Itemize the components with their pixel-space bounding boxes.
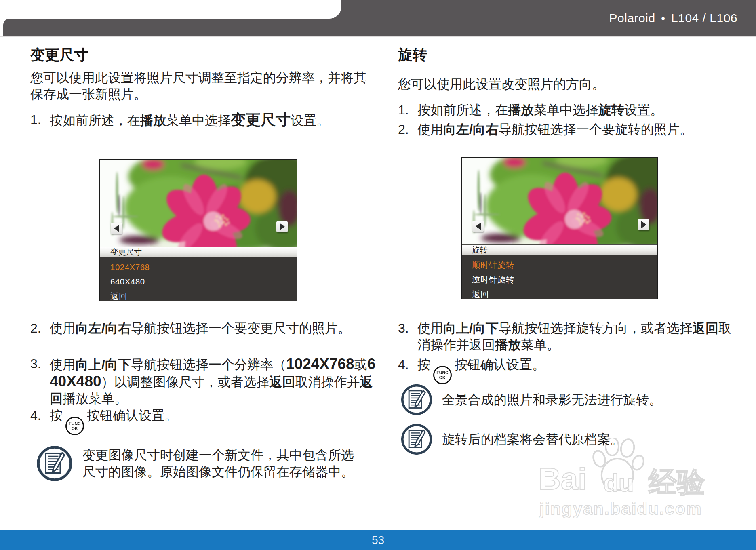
rotate-note-1: 全景合成的照片和录影无法进行旋转。	[400, 383, 731, 416]
screen-menu: 1024X768 640X480 返回	[100, 257, 297, 301]
flower-photo	[462, 158, 657, 244]
step-text: 使用向上/向下导航按钮选择旋转方向，或者选择返回取消操作并返回播放菜单。	[417, 320, 741, 353]
header-title: Polaroid ● L104 / L106	[609, 9, 737, 27]
section-title-rotate: 旋转	[398, 45, 427, 65]
note-text: 旋转后的档案将会替代原档案。	[442, 431, 623, 448]
menu-item-rotate-ccw: 逆时针旋转	[472, 272, 657, 287]
step-number: 3.	[398, 320, 417, 353]
rotate-note-2: 旋转后的档案将会替代原档案。	[400, 423, 731, 456]
step-text: 使用向上/向下导航按钮选择一个分辨率（1024X768或640X480）以调整图…	[50, 356, 376, 407]
func-ok-button-icon: FUNCOK	[433, 366, 452, 384]
step-text: 使用向左/向右导航按钮选择一个要变更尺寸的照片。	[50, 320, 374, 337]
screen-menu-title: 变更尺寸	[100, 247, 297, 257]
menu-item-rotate-cw: 顺时针旋转	[472, 258, 657, 272]
resize-step-2: 2. 使用向左/向右导航按钮选择一个要变更尺寸的照片。	[30, 320, 374, 337]
rotate-step-1: 1. 按如前所述，在播放菜单中选择旋转设置。	[398, 102, 741, 118]
menu-item-return: 返回	[110, 289, 297, 303]
step-number: 2.	[30, 320, 50, 337]
resize-step-1: 1. 按如前所述，在播放菜单中选择变更尺寸设置。	[30, 112, 374, 129]
resize-intro: 您可以使用此设置将照片尺寸调整至指定的分辨率，并将其保存成一张新照片。	[30, 70, 374, 103]
note-icon	[400, 423, 433, 456]
note-text: 全景合成的照片和录影无法进行旋转。	[442, 392, 662, 408]
step-number: 2.	[398, 121, 417, 138]
step-text: 使用向左/向右导航按钮选择一个要旋转的照片。	[417, 121, 745, 138]
model-name: L104 / L106	[671, 11, 737, 25]
rotate-intro: 您可以使用此设置改变照片的方向。	[398, 76, 741, 93]
menu-item-640x480: 640X480	[110, 274, 297, 289]
resize-step-3: 3. 使用向上/向下导航按钮选择一个分辨率（1024X768或640X480）以…	[30, 356, 376, 407]
next-arrow-button	[276, 221, 288, 232]
step-text: 按FUNCOK按钮确认设置。	[417, 356, 741, 384]
section-title-resize: 变更尺寸	[30, 45, 88, 65]
note-text: 变更图像尺寸时创建一个新文件，其中包含所选尺寸的图像。原始图像文件仍保留在存储器…	[82, 447, 359, 480]
menu-item-1024x768: 1024X768	[110, 260, 297, 274]
rotate-step-4: 4. 按FUNCOK按钮确认设置。	[398, 356, 741, 384]
prev-arrow-button	[111, 223, 122, 234]
step-number: 1.	[30, 112, 50, 129]
menu-item-return: 返回	[472, 287, 657, 301]
prev-arrow-button	[472, 221, 484, 232]
watermark-jingyan: 经验	[649, 464, 705, 502]
step-text: 按如前所述，在播放菜单中选择旋转设置。	[417, 102, 741, 118]
screen-menu-title: 旋转	[462, 244, 657, 255]
right-triangle-icon	[641, 221, 646, 228]
left-triangle-icon	[476, 223, 481, 230]
footer-bar: 53	[0, 530, 756, 550]
step-number: 3.	[30, 356, 50, 407]
rotate-step-3: 3. 使用向上/向下导航按钮选择旋转方向，或者选择返回取消操作并返回播放菜单。	[398, 320, 741, 353]
left-triangle-icon	[114, 225, 119, 232]
step-number: 1.	[398, 102, 417, 118]
bullet-icon: ●	[661, 15, 665, 22]
step-text: 按FUNCOK按钮确认设置。	[50, 407, 374, 435]
right-triangle-icon	[280, 223, 285, 230]
func-ok-button-icon: FUNCOK	[65, 417, 84, 435]
step-number: 4.	[398, 356, 417, 384]
step-number: 4.	[30, 407, 50, 435]
resize-step-4: 4. 按FUNCOK按钮确认设置。	[30, 407, 374, 435]
rotate-step-2: 2. 使用向左/向右导航按钮选择一个要旋转的照片。	[398, 121, 745, 138]
page-number: 53	[372, 534, 384, 547]
watermark-url: jingyan.baidu.com	[539, 499, 702, 518]
watermark-du: du	[603, 468, 634, 497]
brand-name: Polaroid	[609, 11, 655, 25]
note-icon	[400, 383, 433, 416]
screen-menu: 顺时针旋转 逆时针旋转 返回	[462, 255, 657, 299]
header-white-tab	[0, 0, 341, 19]
camera-screen-rotate: 旋转 顺时针旋转 逆时针旋转 返回	[461, 157, 658, 299]
step-text: 按如前所述，在播放菜单中选择变更尺寸设置。	[50, 112, 374, 129]
note-icon	[36, 445, 74, 483]
manual-page: Polaroid ● L104 / L106 Bai du 经验 jingyan…	[0, 0, 756, 550]
flower-photo	[100, 160, 297, 247]
header-underline	[0, 36, 756, 37]
resize-note: 变更图像尺寸时创建一个新文件，其中包含所选尺寸的图像。原始图像文件仍保留在存储器…	[36, 445, 359, 483]
watermark-bai: Bai	[539, 461, 586, 496]
next-arrow-button	[638, 219, 649, 230]
camera-screen-resize: 变更尺寸 1024X768 640X480 返回	[99, 159, 297, 301]
